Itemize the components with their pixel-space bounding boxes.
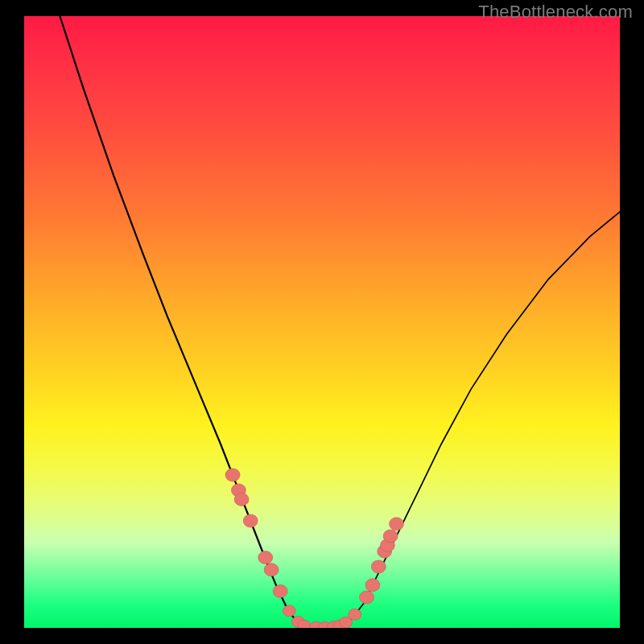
bead [383, 530, 398, 543]
bead [283, 605, 295, 617]
bead [273, 584, 287, 597]
plot-area [24, 16, 620, 628]
bead [349, 609, 361, 620]
bead-group-floor [283, 605, 361, 628]
bead [360, 591, 374, 604]
chart-svg [24, 16, 620, 628]
bead-group-left [225, 469, 287, 597]
bead [243, 514, 258, 527]
bead [371, 560, 386, 573]
watermark-label: TheBottleneck.com [478, 2, 633, 23]
bead [264, 564, 279, 576]
bead [258, 551, 273, 564]
curve-left [60, 16, 303, 626]
bead [225, 469, 240, 481]
bead [390, 518, 404, 530]
bead [234, 493, 249, 506]
bead-group-right [360, 518, 404, 604]
bead [365, 579, 380, 592]
outer-frame: TheBottleneck.com [0, 0, 644, 644]
